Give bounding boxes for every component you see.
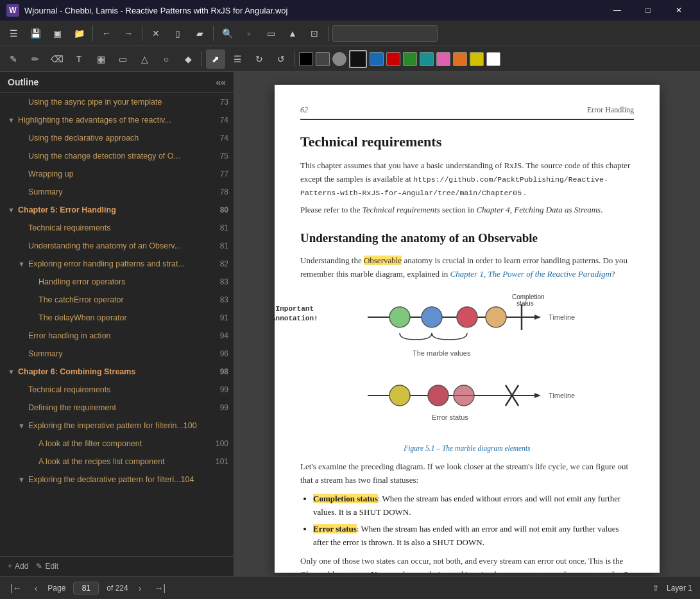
color-green[interactable] <box>403 52 417 66</box>
color-red[interactable] <box>386 52 400 66</box>
menu-button[interactable]: ☰ <box>4 24 23 43</box>
separator <box>213 26 214 41</box>
color-blue[interactable] <box>370 52 384 66</box>
collapse-sidebar-button[interactable]: «« <box>216 77 226 87</box>
outline-item-11[interactable]: The catchError operator83 <box>0 291 234 309</box>
color-dark-gray[interactable] <box>316 52 330 66</box>
bullet-item-2: Error status: When the stream has ended … <box>313 523 634 550</box>
outline-item-8[interactable]: Understanding the anatomy of an Observ..… <box>0 237 234 255</box>
rotate-tool[interactable]: ↺ <box>271 49 291 69</box>
pen-tool[interactable]: ✎ <box>4 49 23 69</box>
outline-item-1[interactable]: ▼Highlighting the advantages of the reac… <box>0 111 234 129</box>
outline-item-label: Exploring the declarative pattern for fi… <box>28 475 213 484</box>
zoom-in-button[interactable]: ▲ <box>283 24 302 43</box>
circle-tool[interactable]: ○ <box>157 49 176 69</box>
outline-item-18[interactable]: ▼Exploring the imperative pattern for fi… <box>0 417 234 435</box>
prev-page-button[interactable]: ‹ <box>32 582 40 595</box>
outline-item-20[interactable]: A look at the recipes list component101 <box>0 453 234 471</box>
page-header: 62 Error Handling <box>300 104 634 120</box>
observable-highlight: Observable <box>364 256 402 265</box>
outline-item-2[interactable]: Using the declarative approach74 <box>0 129 234 147</box>
sidebar: Outline «« Using the async pipe in your … <box>0 72 234 576</box>
search-button[interactable]: 🔍 <box>218 24 237 43</box>
maximize-button[interactable]: □ <box>633 0 663 21</box>
color-pink[interactable] <box>436 52 450 66</box>
outline-item-13[interactable]: Error handling in action94 <box>0 327 234 345</box>
redo-button[interactable]: → <box>119 24 138 43</box>
font-selector[interactable]: Roboto Mono 18 <box>332 25 438 42</box>
refresh-tool[interactable]: ↻ <box>250 49 269 69</box>
list-tool[interactable]: ☰ <box>228 49 247 69</box>
bullet2-text: : When the stream has ended with an erro… <box>313 524 619 547</box>
edit-button[interactable]: ✎ Edit <box>36 562 58 571</box>
outline-item-6[interactable]: ▼Chapter 5: Error Handling80 <box>0 201 234 219</box>
triangle-tool[interactable]: △ <box>135 49 154 69</box>
paste-button[interactable]: ▰ <box>190 24 209 43</box>
first-page-button[interactable]: |← <box>8 582 24 595</box>
image-tool[interactable]: ▦ <box>91 49 110 69</box>
outline-item-10[interactable]: Handling error operators83 <box>0 273 234 291</box>
next-page-button[interactable]: › <box>136 582 144 595</box>
svg-point-5 <box>486 307 506 327</box>
outline-item-0[interactable]: Using the async pipe in your template73 <box>0 93 234 111</box>
outline-item-4[interactable]: Wrapping up77 <box>0 165 234 183</box>
svg-point-3 <box>422 307 442 327</box>
fullscreen-button[interactable]: ⊡ <box>305 24 324 43</box>
tech-req-ref: Technical requirements <box>363 205 440 214</box>
fit-button[interactable]: ▭ <box>261 24 280 43</box>
outline-item-page: 77 <box>213 169 228 178</box>
select-tool[interactable]: ⬈ <box>206 49 225 69</box>
outline-item-5[interactable]: Summary78 <box>0 183 234 201</box>
eraser-tool[interactable]: ⌫ <box>47 49 67 69</box>
outline-item-label: Highlighting the advantages of the react… <box>18 116 213 125</box>
current-page-input[interactable]: 81 <box>73 582 99 595</box>
outline-item-3[interactable]: Using the change detection strategy of O… <box>0 147 234 165</box>
outline-item-21[interactable]: ▼Exploring the declarative pattern for f… <box>0 471 234 489</box>
outline-item-page: 99 <box>213 385 228 394</box>
highlight-tool[interactable]: ✏ <box>26 49 45 69</box>
url-period: . <box>524 187 525 197</box>
color-black2[interactable] <box>349 50 367 68</box>
color-orange[interactable] <box>453 52 467 66</box>
undo-button[interactable]: ← <box>97 24 116 43</box>
outline-list[interactable]: Using the async pipe in your template73▼… <box>0 93 234 556</box>
page-label: Page <box>47 584 65 593</box>
save-button[interactable]: 💾 <box>26 24 45 43</box>
zoom-out-button[interactable]: ▫ <box>239 24 259 43</box>
color-teal[interactable] <box>420 52 434 66</box>
outline-item-12[interactable]: The delayWhen operator91 <box>0 309 234 327</box>
copy-button[interactable]: ▯ <box>168 24 187 43</box>
shape-tool[interactable]: ◆ <box>178 49 198 69</box>
outline-item-label: Wrapping up <box>28 169 213 178</box>
color-white[interactable] <box>486 52 500 66</box>
edit-icon: ✎ <box>36 562 42 571</box>
outline-item-7[interactable]: Technical requirements81 <box>0 219 234 237</box>
outline-item-label: Error handling in action <box>28 331 213 340</box>
color-gray[interactable] <box>332 52 346 66</box>
close-button[interactable]: ✕ <box>664 0 694 21</box>
outline-item-19[interactable]: A look at the filter component100 <box>0 435 234 453</box>
color-black[interactable] <box>299 52 313 66</box>
marble-diagram-1-container: ImportantAnnotation! <box>300 291 634 367</box>
outline-item-label: Summary <box>28 187 213 196</box>
text-tool[interactable]: T <box>69 49 89 69</box>
outline-item-16[interactable]: Technical requirements99 <box>0 381 234 399</box>
outline-item-17[interactable]: Defining the requirement99 <box>0 399 234 417</box>
layer-label: Layer 1 <box>667 584 692 593</box>
last-page-button[interactable]: →| <box>151 582 168 595</box>
open-button[interactable]: 📁 <box>69 24 89 43</box>
add-button[interactable]: + Add <box>8 562 28 571</box>
cut-button[interactable]: ✕ <box>146 24 166 43</box>
body-paragraph-1: Understanding the Observable anatomy is … <box>300 254 634 281</box>
outline-item-9[interactable]: ▼Exploring error handling patterns and s… <box>0 255 234 273</box>
completion-status-term: Completion status <box>313 494 378 503</box>
color-yellow[interactable] <box>470 52 484 66</box>
minimize-button[interactable]: — <box>602 0 632 21</box>
chapter1-link[interactable]: Chapter 1, The Power of the Reactive Par… <box>450 269 611 279</box>
rect-tool[interactable]: ▭ <box>113 49 132 69</box>
content-area[interactable]: 62 Error Handling Technical requirements… <box>234 72 700 576</box>
outline-item-15[interactable]: ▼Chapter 6: Combining Streams98 <box>0 363 234 381</box>
new-tab-button[interactable]: ▣ <box>47 24 67 43</box>
separator <box>295 51 295 67</box>
outline-item-14[interactable]: Summary96 <box>0 345 234 363</box>
